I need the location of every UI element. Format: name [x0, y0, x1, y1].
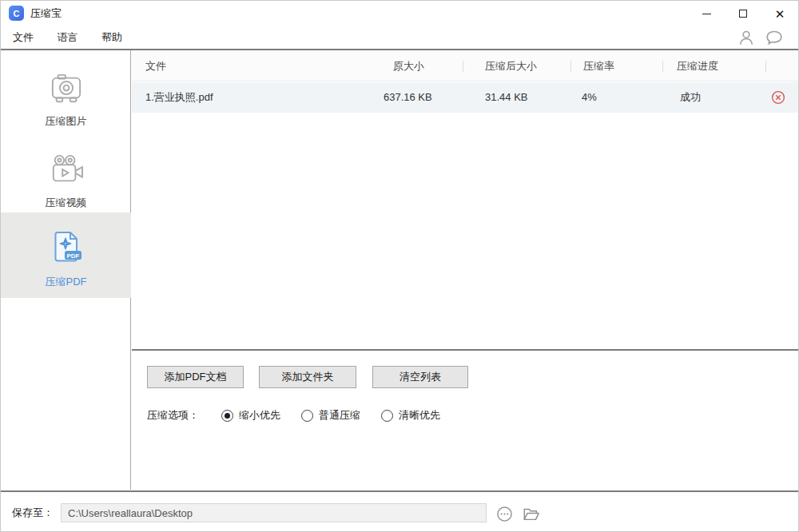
radio-normal-compression[interactable]: 普通压缩	[301, 408, 360, 423]
save-path-input[interactable]	[61, 503, 487, 522]
menu-file[interactable]: 文件	[9, 26, 38, 49]
sidebar-item-label: 压缩PDF	[1, 275, 131, 289]
minimize-icon	[702, 14, 711, 14]
cell-file-name: 1.营业执照.pdf	[145, 82, 213, 113]
save-to-label: 保存至：	[12, 492, 54, 532]
video-camera-icon	[1, 154, 131, 186]
cell-compressed-size: 31.44 KB	[485, 82, 528, 113]
column-header-original-size: 原大小	[393, 50, 424, 81]
table-row[interactable]: 1.营业执照.pdf 637.16 KB 31.44 KB 4% 成功	[132, 82, 799, 113]
close-icon: ✕	[775, 8, 785, 20]
clear-list-button[interactable]: 清空列表	[372, 366, 468, 388]
app-logo-icon: C	[9, 6, 24, 21]
pdf-file-icon: PDF	[1, 228, 131, 265]
sidebar-item-label: 压缩视频	[1, 196, 131, 210]
radio-label: 清晰优先	[399, 408, 440, 423]
radio-label: 普通压缩	[319, 408, 360, 423]
radio-clarity-priority[interactable]: 清晰优先	[381, 408, 440, 423]
user-account-icon[interactable]	[737, 28, 755, 47]
close-button[interactable]: ✕	[761, 1, 798, 26]
cell-original-size: 637.16 KB	[384, 82, 432, 113]
add-folder-button[interactable]: 添加文件夹	[259, 366, 356, 388]
column-divider	[765, 61, 766, 72]
column-header-compressed-size: 压缩后大小	[485, 50, 537, 81]
circle-x-icon[interactable]	[771, 90, 785, 105]
compression-options-label: 压缩选项：	[147, 408, 199, 423]
menu-help[interactable]: 帮助	[97, 26, 126, 49]
sidebar-item-compress-image[interactable]: 压缩图片	[1, 66, 131, 146]
radio-button-icon	[221, 410, 233, 422]
table-header: 文件 原大小 压缩后大小 压缩率 压缩进度	[132, 50, 799, 81]
column-header-ratio: 压缩率	[583, 50, 614, 81]
sidebar: 压缩图片 压缩视频 PDF 压缩PDF	[1, 50, 131, 490]
svg-text:PDF: PDF	[66, 252, 79, 260]
compression-options-row: 压缩选项： 缩小优先 普通压缩 清晰优先	[147, 407, 440, 424]
column-divider	[463, 61, 463, 72]
footer-bar: 保存至： 压缩	[1, 490, 798, 532]
browse-ellipsis-icon[interactable]	[495, 504, 514, 523]
column-divider	[662, 61, 663, 72]
maximize-icon	[739, 10, 747, 18]
cell-ratio: 4%	[582, 82, 597, 113]
maximize-button[interactable]	[725, 1, 761, 26]
radio-label: 缩小优先	[239, 408, 280, 423]
radio-button-icon	[301, 410, 313, 422]
feedback-chat-icon[interactable]	[765, 28, 784, 47]
sidebar-item-compress-pdf[interactable]: PDF 压缩PDF	[1, 212, 131, 298]
camera-icon	[1, 73, 131, 105]
minimize-button[interactable]	[688, 1, 725, 26]
column-header-progress: 压缩进度	[677, 50, 718, 81]
radio-group: 缩小优先 普通压缩 清晰优先	[221, 408, 440, 423]
open-folder-icon[interactable]	[522, 504, 541, 523]
radio-button-icon	[381, 410, 393, 422]
radio-size-priority[interactable]: 缩小优先	[221, 408, 280, 423]
file-list-panel: 文件 原大小 压缩后大小 压缩率 压缩进度 1.营业执照.pdf 637.16 …	[132, 50, 799, 351]
add-pdf-button[interactable]: 添加PDF文档	[147, 366, 244, 388]
sidebar-item-label: 压缩图片	[1, 114, 131, 129]
menu-language[interactable]: 语言	[53, 26, 81, 49]
menu-bar: 文件 语言 帮助	[1, 26, 798, 49]
title-bar: C 压缩宝 ✕	[1, 1, 798, 26]
app-window: { "window": { "title": "压缩宝", "app_icon_…	[0, 0, 799, 532]
column-divider	[570, 61, 571, 72]
column-header-file: 文件	[145, 50, 166, 81]
window-controls: ✕	[688, 1, 798, 26]
cell-progress-status: 成功	[680, 82, 701, 113]
window-title: 压缩宝	[30, 1, 62, 26]
